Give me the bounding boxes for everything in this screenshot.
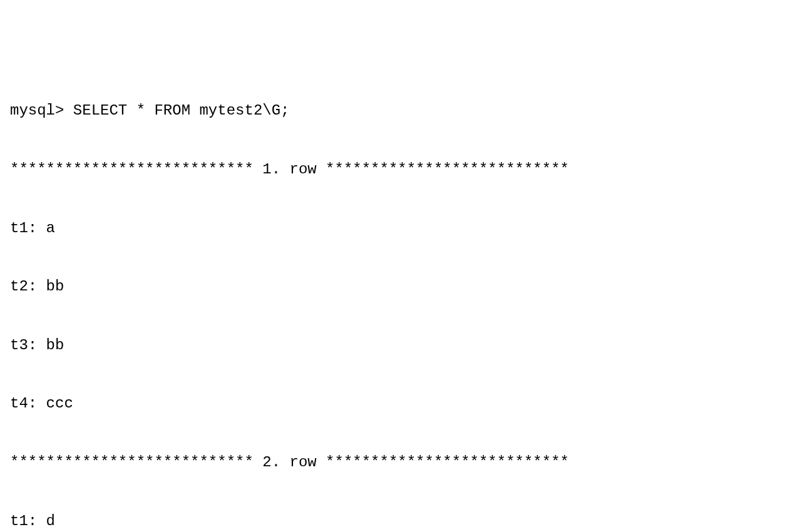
row1-t3: t3: bb bbox=[10, 331, 775, 361]
mysql-prompt: mysql> bbox=[10, 102, 73, 119]
row2-t1: t1: d bbox=[10, 507, 775, 532]
row-separator-2: *************************** 2. row *****… bbox=[10, 448, 775, 478]
row-separator-1: *************************** 1. row *****… bbox=[10, 155, 775, 185]
row1-t4: t4: ccc bbox=[10, 389, 775, 419]
row1-t1: t1: a bbox=[10, 214, 775, 243]
row1-t2: t2: bb bbox=[10, 272, 775, 302]
sql-command: SELECT * FROM mytest2\G; bbox=[73, 102, 290, 119]
mysql-command-line[interactable]: mysql> SELECT * FROM mytest2\G; bbox=[10, 96, 775, 126]
